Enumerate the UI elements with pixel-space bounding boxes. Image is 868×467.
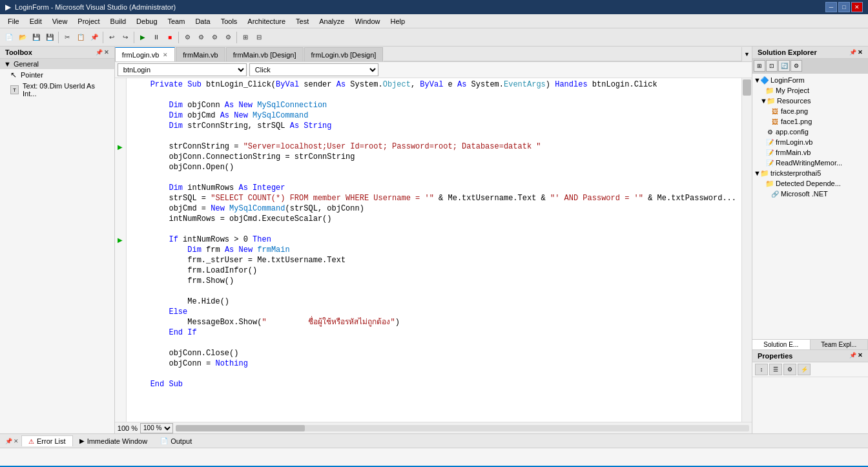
se-node-frmlogin[interactable]: 📝 frmLogin.vb [754, 137, 867, 147]
se-ms-icon: 🔗 [770, 189, 780, 198]
se-expand-loginform[interactable]: ▼ [754, 76, 759, 84]
menu-project[interactable]: Project [72, 14, 105, 28]
menu-tools[interactable]: Tools [216, 14, 243, 28]
tb-save[interactable]: 💾 [30, 31, 43, 44]
se-tb-btn1[interactable]: ⊞ [754, 60, 765, 72]
zoom-select[interactable]: 100 % [140, 423, 173, 433]
toolbox-close[interactable]: ✕ [104, 49, 109, 56]
se-tb-btn2[interactable]: ⊡ [766, 60, 778, 72]
prop-close[interactable]: ✕ [858, 352, 863, 360]
bottom-tab-errors[interactable]: ⚠ Error List [21, 435, 73, 446]
se-tab-team[interactable]: Team Expl... [811, 340, 869, 349]
prop-tb-categorize[interactable]: ☰ [769, 364, 782, 375]
tb-debug2[interactable]: ⚙ [194, 31, 207, 44]
event-dropdown[interactable]: Click [249, 63, 378, 76]
se-expand-resources[interactable]: ▼ [760, 97, 765, 105]
toolbox-general-header[interactable]: ▼ General [0, 59, 114, 69]
tb-debug4[interactable]: ⚙ [222, 31, 234, 44]
se-expand-trickster[interactable]: ▼ [754, 169, 759, 177]
minimize-button[interactable]: ─ [825, 2, 837, 12]
code-text[interactable]: Private Sub btnLogin_Click(ByVal sender … [127, 78, 741, 422]
toolbox-pin[interactable]: 📌 [96, 49, 103, 56]
tb-new[interactable]: 📄 [3, 31, 16, 44]
tb-pause[interactable]: ⏸ [150, 31, 163, 44]
tab-frmloginvb[interactable]: frmLogin.vb ✕ [115, 47, 175, 61]
se-pin[interactable]: 📌 [849, 49, 856, 56]
method-dropdown[interactable]: btnLogin [118, 63, 247, 76]
tab-frmmainvb[interactable]: frmMain.vb [176, 47, 225, 61]
toolbox-text-label: Text: 09.Dim UserId As Int... [23, 82, 104, 98]
se-trickster-label: tricksterprothai5 [770, 169, 821, 177]
se-face-label: face.png [781, 107, 808, 115]
menu-window[interactable]: Window [349, 14, 385, 28]
menu-build[interactable]: Build [105, 14, 131, 28]
se-node-face[interactable]: 🖼 face.png [754, 106, 867, 116]
tb-debug1[interactable]: ⚙ [181, 31, 194, 44]
line-ind-12 [115, 193, 126, 203]
se-tab-solution[interactable]: Solution E... [752, 340, 811, 349]
tb-redo[interactable]: ↪ [119, 31, 132, 44]
tb-saveall[interactable]: 💾 [43, 31, 56, 44]
tab-frmlogindesign[interactable]: frmLogin.vb [Design] [304, 47, 384, 61]
bottom-tab-output[interactable]: 📄 Output [154, 436, 198, 446]
menu-file[interactable]: File [3, 14, 25, 28]
tb-copy[interactable]: 📋 [74, 31, 87, 44]
menu-edit[interactable]: Edit [25, 14, 47, 28]
bottom-tab-immediate[interactable]: ▶ Immediate Window [73, 436, 154, 446]
tab-frmmaindesign-label: frmMain.vb [Design] [233, 51, 296, 59]
tab-frmmaindesign[interactable]: frmMain.vb [Design] [226, 47, 304, 61]
se-detected-label: Detected Depende... [776, 180, 841, 187]
tb-extra2[interactable]: ⊟ [253, 31, 265, 44]
menu-view[interactable]: View [47, 14, 73, 28]
vertical-scrollbar-thumb[interactable] [743, 79, 751, 96]
tab-frmmainvb-label: frmMain.vb [183, 51, 218, 59]
se-node-loginform[interactable]: ▼ 🔷 LoginForm [754, 75, 867, 85]
code-content[interactable]: Private Sub btnLogin_Click(ByVal sender … [127, 78, 741, 422]
se-node-detected[interactable]: 📁 Detected Depende... [754, 178, 867, 189]
horiz-scroll-track[interactable] [176, 425, 749, 431]
toolbox-panel: Toolbox 📌 ✕ ▼ General ↖ Pointer T Text: … [0, 47, 115, 433]
close-button[interactable]: ✕ [851, 2, 863, 12]
tb-run[interactable]: ▶ [136, 31, 149, 44]
se-node-myproject[interactable]: 📁 My Project [754, 85, 867, 96]
menu-debug[interactable]: Debug [131, 14, 162, 28]
menu-architecture[interactable]: Architecture [242, 14, 291, 28]
se-node-frmmain[interactable]: 📝 frmMain.vb [754, 147, 867, 158]
prop-tb-events[interactable]: ⚡ [798, 364, 811, 375]
menu-team[interactable]: Team [163, 14, 191, 28]
bottom-close[interactable]: ✕ [14, 438, 19, 444]
toolbox-pointer-item[interactable]: ↖ Pointer [0, 69, 114, 81]
tb-undo[interactable]: ↩ [105, 31, 118, 44]
maximize-button[interactable]: □ [838, 2, 850, 12]
se-tb-btn3[interactable]: 🔄 [778, 60, 790, 72]
tb-cut[interactable]: ✂ [61, 31, 74, 44]
vertical-scrollbar[interactable] [741, 78, 752, 422]
error-list-icon: ⚠ [28, 438, 34, 445]
se-node-trickster[interactable]: ▼ 📁 tricksterprothai5 [754, 168, 867, 178]
se-node-face1[interactable]: 🖼 face1.png [754, 116, 867, 127]
se-node-microsoft[interactable]: 🔗 Microsoft .NET [754, 189, 867, 199]
menu-test[interactable]: Test [291, 14, 314, 28]
se-node-resources[interactable]: ▼ 📁 Resources [754, 96, 867, 106]
se-rw-label: ReadWritingMemor... [776, 159, 842, 167]
se-tb-btn4[interactable]: ⚙ [790, 60, 802, 72]
tb-extra1[interactable]: ⊞ [239, 31, 252, 44]
se-node-readwriting[interactable]: 📝 ReadWritingMemor... [754, 158, 867, 168]
prop-tb-props[interactable]: ⚙ [783, 364, 796, 375]
tab-overflow-button[interactable]: ▼ [741, 47, 752, 61]
tb-open[interactable]: 📂 [16, 31, 29, 44]
prop-tb-sort[interactable]: ↕ [755, 364, 768, 375]
menu-help[interactable]: Help [386, 14, 411, 28]
tb-paste[interactable]: 📌 [88, 31, 101, 44]
bottom-pin[interactable]: 📌 [5, 438, 12, 444]
se-close[interactable]: ✕ [858, 49, 863, 56]
menu-data[interactable]: Data [190, 14, 215, 28]
menu-analyze[interactable]: Analyze [314, 14, 349, 28]
toolbox-text-item[interactable]: T Text: 09.Dim UserId As Int... [0, 81, 114, 99]
se-myproject-label: My Project [776, 87, 809, 94]
prop-pin[interactable]: 📌 [849, 352, 856, 360]
tb-debug3[interactable]: ⚙ [208, 31, 221, 44]
tab-frmloginvb-close[interactable]: ✕ [163, 52, 168, 58]
tb-stop[interactable]: ■ [163, 31, 176, 44]
se-node-appconfig[interactable]: ⚙ app.config [754, 127, 867, 137]
